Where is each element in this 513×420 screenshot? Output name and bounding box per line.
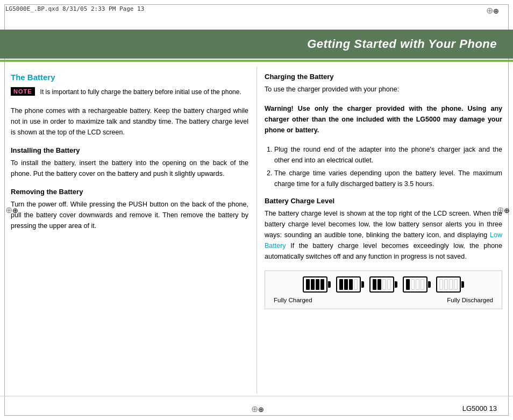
page-title: Getting Started with Your Phone [16, 37, 497, 51]
charging-step-2: The charge time varies depending upon th… [274, 168, 502, 189]
installing-title: Installing the Battery [11, 146, 248, 154]
charging-steps: Plug the round end of the adapter into t… [265, 144, 502, 189]
battery-labels: Fully Charged Fully Discharged [274, 297, 493, 303]
bar2 [344, 279, 348, 290]
footer: LG5000 13 [0, 396, 513, 420]
bar3-empty [382, 279, 386, 290]
battery-empty-body [436, 276, 461, 293]
battery-icons-area: Fully Charged Fully Discharged [265, 270, 502, 309]
bar3 [349, 279, 353, 290]
note-block: NOTE It is important to fully charge the… [11, 87, 248, 97]
note-text: It is important to fully charge the batt… [40, 87, 241, 97]
battery-1bar [403, 276, 431, 293]
battery-level-title: Battery Charge Level [265, 197, 502, 205]
battery-intro-text: The phone comes with a rechargeable batt… [11, 105, 248, 138]
battery-3bars-body [336, 276, 361, 293]
battery-1bar-body [403, 276, 428, 293]
battery-empty [436, 276, 464, 293]
battery-full-body [303, 276, 327, 293]
battery-2bars-body [369, 276, 394, 293]
printer-header: LG5000E_.BP.qxd 8/31/05 2:33 PM Page 13 [5, 5, 144, 12]
bar3-empty [416, 279, 419, 290]
bar4-empty [454, 279, 458, 290]
battery-3bars [336, 276, 364, 293]
battery-tip2 [361, 281, 364, 288]
bar1-empty [439, 279, 443, 290]
battery-section-title: The Battery [11, 73, 248, 82]
battery-2bars [369, 276, 397, 293]
charging-warning: Warning! Use only the charger provided w… [265, 103, 502, 136]
left-column: The Battery NOTE It is important to full… [11, 67, 248, 393]
bar2-empty [444, 279, 448, 290]
bar4-empty [387, 279, 391, 290]
bar1 [406, 279, 410, 290]
battery-level-text2: If the battery charge level becomes exce… [265, 242, 502, 260]
page-number: LG5000 13 [462, 404, 497, 412]
fully-charged-label: Fully Charged [274, 297, 312, 303]
bar1 [306, 279, 310, 290]
right-column: Charging the Battery To use the charger … [265, 67, 502, 393]
bar1 [339, 279, 343, 290]
bar4-empty [421, 279, 424, 290]
bar2 [311, 279, 315, 290]
removing-title: Removing the Battery [11, 188, 248, 196]
installing-text: To install the battery, insert the batte… [11, 158, 248, 179]
battery-icons-row [274, 276, 493, 293]
charging-title: Charging the Battery [265, 73, 502, 81]
bar2-empty [411, 279, 415, 290]
fully-discharged-label: Fully Discharged [447, 297, 493, 303]
bar3-empty [449, 279, 453, 290]
bar4 [320, 279, 324, 290]
battery-level-text1: The battery charge level is shown at the… [265, 210, 502, 239]
charging-intro: To use the charger provided with your ph… [265, 84, 502, 95]
bar1 [373, 279, 376, 290]
battery-tip3 [395, 281, 397, 288]
battery-tip4 [428, 281, 431, 288]
bar4-empty [354, 279, 358, 290]
removing-text: Turn the power off. While pressing the P… [11, 199, 248, 231]
reg-mark-top-right: ⊕ [486, 5, 497, 16]
battery-full [303, 276, 331, 293]
bar2 [377, 279, 381, 290]
green-divider [0, 60, 513, 62]
content-area: The Battery NOTE It is important to full… [11, 67, 502, 393]
bar3 [316, 279, 319, 290]
battery-tip5 [461, 281, 464, 288]
title-banner: Getting Started with Your Phone [0, 30, 513, 59]
battery-level-text: The battery charge level is shown at the… [265, 208, 502, 262]
note-label: NOTE [11, 87, 35, 96]
battery-tip1 [328, 281, 331, 288]
charging-step-1: Plug the round end of the adapter into t… [274, 144, 502, 166]
